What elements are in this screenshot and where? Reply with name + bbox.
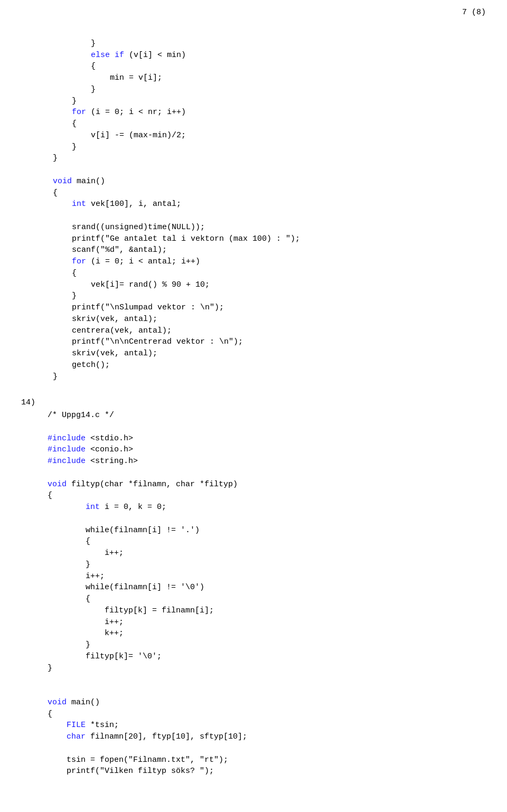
keyword-else-if: else if: [91, 51, 124, 60]
keyword-include-string: #include: [48, 457, 86, 466]
keyword-void-filtyp: void: [48, 480, 67, 489]
section-14-row: 14) /* Uppg14.c */ #include <stdio.h> #i…: [21, 398, 486, 794]
section-14-number: 14): [21, 398, 48, 407]
page-number: 7 (8): [462, 8, 486, 17]
keyword-int-vek: int: [72, 200, 86, 209]
keyword-for-2: for: [72, 257, 86, 266]
keyword-int-filtyp: int: [86, 503, 100, 512]
keyword-void-main2: void: [48, 698, 67, 707]
section-14-code: /* Uppg14.c */ #include <stdio.h> #inclu…: [48, 398, 486, 794]
keyword-for-1: for: [72, 108, 86, 117]
keyword-void-main: void: [53, 177, 72, 186]
keyword-include-conio: #include: [48, 445, 86, 454]
code-continuation: } else if (v[i] < min) { min = v[i]; } }…: [53, 26, 486, 382]
keyword-include-stdio: #include: [48, 434, 86, 443]
keyword-char: char: [67, 732, 86, 741]
comment-uppg14: /* Uppg14.c */: [48, 411, 114, 420]
keyword-file: FILE: [67, 721, 86, 730]
